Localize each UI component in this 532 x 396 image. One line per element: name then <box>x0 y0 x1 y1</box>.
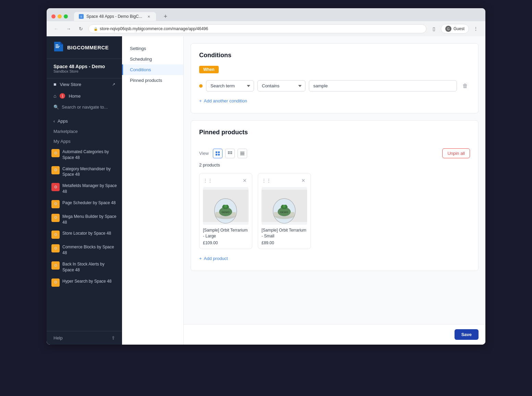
view-store-item[interactable]: ■ View Store ↗ <box>47 78 122 90</box>
product-card: ⋮⋮ ✕ DEMO [Sampl <box>258 173 311 249</box>
back-button[interactable]: ← <box>51 24 61 34</box>
app-list-item[interactable]: ⚙Category Merchandiser by Space 48 <box>47 163 122 181</box>
app-list-item[interactable]: ⚙Page Scheduler by Space 48 <box>47 197 122 211</box>
product-remove-button[interactable]: ✕ <box>300 177 307 184</box>
app-list-item[interactable]: ⚙Automated Categories by Space 48 <box>47 146 122 163</box>
home-item[interactable]: ⌂ 1 Home <box>47 90 122 102</box>
add-condition-label: Add another condition <box>204 98 247 103</box>
svg-rect-2 <box>216 154 217 156</box>
conditions-title: Conditions <box>199 52 470 59</box>
close-dot[interactable] <box>51 14 56 18</box>
sub-nav: SettingsSchedulingConditionsPinned produ… <box>122 36 184 345</box>
app-icon: ⚙ <box>51 183 60 191</box>
guest-profile-button[interactable]: G Guest <box>441 24 469 34</box>
search-nav[interactable]: 🔍 Search or navigate to... <box>47 102 122 112</box>
split-view-button[interactable]: ▯ <box>429 24 439 34</box>
app-icon: ⚙ <box>51 261 60 270</box>
plus-icon: + <box>199 98 202 103</box>
forward-button[interactable]: → <box>64 24 73 34</box>
reload-button[interactable]: ↻ <box>76 24 86 34</box>
unpin-all-button[interactable]: Unpin all <box>442 148 470 158</box>
grid-small-view-button[interactable] <box>225 149 235 158</box>
product-card-actions: ⋮⋮ ✕ <box>262 177 307 184</box>
condition-value-input[interactable] <box>309 80 457 91</box>
svg-rect-4 <box>228 151 229 152</box>
condition-dot <box>199 84 203 88</box>
product-remove-button[interactable]: ✕ <box>241 177 249 184</box>
page-footer: Save <box>184 324 485 345</box>
sub-nav-item-settings[interactable]: Settings <box>122 43 183 54</box>
plus-icon: + <box>199 256 202 261</box>
save-button[interactable]: Save <box>455 329 479 340</box>
address-bar[interactable]: 🔒 store-nqivp06qsb.mybigcommerce.com/man… <box>88 24 426 33</box>
add-product-label: Add product <box>204 256 228 261</box>
svg-rect-8 <box>229 153 230 154</box>
svg-rect-6 <box>231 151 232 152</box>
sub-nav-item-conditions[interactable]: Conditions <box>122 64 183 75</box>
products-count: 2 products <box>199 162 470 168</box>
svg-rect-7 <box>228 153 229 154</box>
drag-handle[interactable]: ⋮⋮ <box>203 178 213 183</box>
view-store-label: View Store <box>60 82 81 87</box>
back-icon: ‹ <box>53 119 55 124</box>
app-name: Metafields Manager by Space 48 <box>62 183 117 195</box>
condition-operator-select[interactable]: ContainsEqualsStarts withEnds with <box>257 80 305 91</box>
sub-nav-item-scheduling[interactable]: Scheduling <box>122 54 183 64</box>
app-name: Commerce Blocks by Space 48 <box>62 244 117 256</box>
app-name: Hyper Search by Space 48 <box>62 279 111 284</box>
my-apps-item[interactable]: My Apps <box>47 136 122 146</box>
minimize-dot[interactable] <box>58 14 62 18</box>
svg-text:DEMO: DEMO <box>221 211 229 214</box>
app-name: Back In Stock Alerts by Space 48 <box>62 261 117 273</box>
app-list-item[interactable]: ⚙Metafields Manager by Space 48 <box>47 180 122 197</box>
app-list-item[interactable]: ⚙Commerce Blocks by Space 48 <box>47 242 122 259</box>
app-list-item[interactable]: ⚙Store Locator by Space 48 <box>47 228 122 242</box>
condition-row: Search termCategoryBrand ContainsEqualsS… <box>199 80 470 91</box>
app-icon: ⚙ <box>51 214 60 222</box>
product-name: [Sample] Orbit Terrarium - Large <box>203 227 249 239</box>
pinned-products-title: Pinned products <box>199 129 248 136</box>
help-expand-icon: ⇧ <box>111 335 115 341</box>
app-name: Mega Menu Builder by Space 48 <box>62 214 117 225</box>
app-icon: ⚙ <box>51 279 60 287</box>
svg-rect-11 <box>240 153 244 154</box>
home-label: Home <box>69 94 81 99</box>
add-condition-button[interactable]: + Add another condition <box>199 97 247 105</box>
store-info: Space 48 Apps - Demo Sandbox Store <box>47 59 122 78</box>
delete-condition-button[interactable]: 🗑 <box>460 81 470 91</box>
store-icon: ■ <box>53 82 56 87</box>
external-link-icon: ↗ <box>112 82 115 87</box>
svg-rect-12 <box>240 154 244 155</box>
more-options-button[interactable]: ⋮ <box>471 24 481 34</box>
svg-rect-5 <box>229 151 230 152</box>
app-list-item[interactable]: ⚙Mega Menu Builder by Space 48 <box>47 211 122 228</box>
sub-nav-items: SettingsSchedulingConditionsPinned produ… <box>122 43 183 86</box>
help-section[interactable]: Help ⇧ <box>47 331 122 345</box>
app-icon: ⚙ <box>51 244 60 252</box>
drag-handle[interactable]: ⋮⋮ <box>262 178 271 183</box>
app-icon: ⚙ <box>51 231 60 239</box>
svg-rect-0 <box>216 151 217 153</box>
when-badge: When <box>199 66 219 73</box>
tab-close-button[interactable]: ✕ <box>146 14 151 19</box>
tab-title: Space 48 Apps - Demo BigC... <box>86 14 142 19</box>
marketplace-item[interactable]: Marketplace <box>47 126 122 136</box>
maximize-dot[interactable] <box>64 14 68 18</box>
condition-field-select[interactable]: Search termCategoryBrand <box>206 80 254 91</box>
browser-tab[interactable]: S Space 48 Apps - Demo BigC... ✕ <box>74 12 156 21</box>
bc-logo-text: BIGCOMMERCE <box>67 45 109 50</box>
grid-large-view-button[interactable] <box>213 149 222 158</box>
app-name: Store Locator by Space 48 <box>62 231 111 236</box>
product-name: [Sample] Orbit Terrarium - Small <box>262 227 307 239</box>
security-icon: 🔒 <box>94 27 98 31</box>
new-tab-button[interactable]: + <box>161 12 170 21</box>
apps-header[interactable]: ‹ Apps <box>47 116 122 126</box>
app-list-item[interactable]: ⚙Hyper Search by Space 48 <box>47 276 122 289</box>
app-icon: ⚙ <box>51 166 60 174</box>
add-product-button[interactable]: + Add product <box>199 255 228 262</box>
app-list-item[interactable]: ⚙Back In Stock Alerts by Space 48 <box>47 259 122 276</box>
list-view-button[interactable] <box>238 149 247 158</box>
app-name: Page Scheduler by Space 48 <box>62 200 116 206</box>
sub-nav-item-pinned-products[interactable]: Pinned products <box>122 75 183 86</box>
guest-label: Guest <box>454 26 464 31</box>
